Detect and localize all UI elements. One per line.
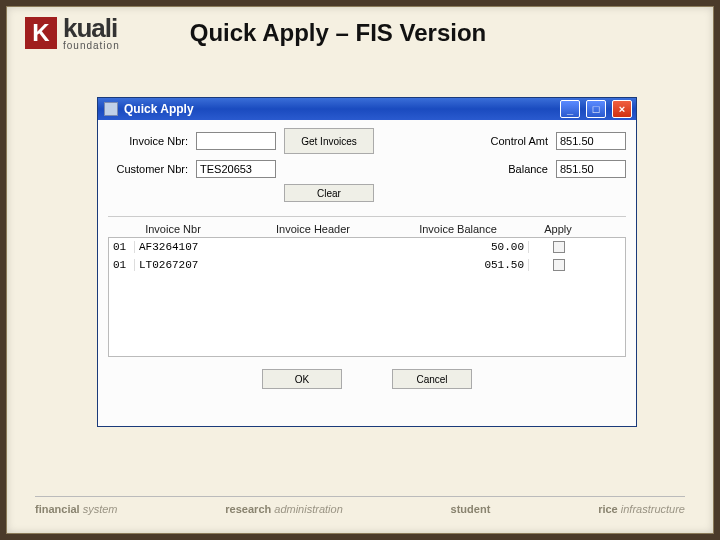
invoice-nbr-label: Invoice Nbr: (108, 135, 188, 147)
footer-item-rice: rice infrastructure (598, 503, 685, 515)
slide: K kuali foundation Quick Apply – FIS Ver… (6, 6, 714, 534)
grid-body[interactable]: 01 AF3264107 50.00 01 LT0267207 051.50 (108, 237, 626, 357)
window-title: Quick Apply (124, 102, 554, 116)
dialog-buttons: OK Cancel (108, 369, 626, 389)
brand-logo: K kuali foundation (25, 15, 120, 51)
maximize-button[interactable]: □ (586, 100, 606, 118)
row-balance: 50.00 (389, 241, 529, 253)
row-invoice-nbr: AF3264107 (135, 241, 239, 253)
customer-nbr-input[interactable] (196, 160, 276, 178)
table-row[interactable]: 01 AF3264107 50.00 (109, 238, 625, 256)
col-invoice-nbr: Invoice Nbr (108, 223, 238, 235)
get-invoices-button[interactable]: Get Invoices (284, 128, 374, 154)
apply-checkbox[interactable] (553, 241, 565, 253)
col-invoice-header: Invoice Header (238, 223, 388, 235)
form-top: Invoice Nbr: Get Invoices Control Amt Cu… (108, 128, 626, 202)
col-invoice-balance: Invoice Balance (388, 223, 528, 235)
cancel-button[interactable]: Cancel (392, 369, 472, 389)
brand-mark-icon: K (25, 17, 57, 49)
grid-header: Invoice Nbr Invoice Header Invoice Balan… (108, 221, 626, 237)
table-row[interactable]: 01 LT0267207 051.50 (109, 256, 625, 274)
minimize-button[interactable]: _ (560, 100, 580, 118)
footer-item-student: student (451, 503, 491, 515)
brand-name: kuali (63, 15, 120, 41)
row-balance: 051.50 (389, 259, 529, 271)
row-invoice-nbr: LT0267207 (135, 259, 239, 271)
apply-checkbox[interactable] (553, 259, 565, 271)
row-prefix: 01 (109, 241, 135, 253)
control-amt-input[interactable] (556, 132, 626, 150)
footer-item-financial: financial system (35, 503, 118, 515)
slide-footer: financial system research administration… (35, 496, 685, 515)
clear-button[interactable]: Clear (284, 184, 374, 202)
invoice-grid: Invoice Nbr Invoice Header Invoice Balan… (108, 216, 626, 357)
balance-input[interactable] (556, 160, 626, 178)
app-icon (104, 102, 118, 116)
close-button[interactable]: × (612, 100, 632, 118)
footer-item-research: research administration (225, 503, 342, 515)
customer-nbr-label: Customer Nbr: (108, 163, 188, 175)
window-body: Invoice Nbr: Get Invoices Control Amt Cu… (98, 120, 636, 426)
balance-label: Balance (468, 163, 548, 175)
slide-header: K kuali foundation Quick Apply – FIS Ver… (7, 7, 713, 55)
ok-button[interactable]: OK (262, 369, 342, 389)
titlebar[interactable]: Quick Apply _ □ × (98, 98, 636, 120)
col-apply: Apply (528, 223, 588, 235)
invoice-nbr-input[interactable] (196, 132, 276, 150)
row-prefix: 01 (109, 259, 135, 271)
brand-sub: foundation (63, 41, 120, 51)
quick-apply-window: Quick Apply _ □ × Invoice Nbr: Get Invoi… (97, 97, 637, 427)
control-amt-label: Control Amt (468, 135, 548, 147)
slide-title: Quick Apply – FIS Version (190, 19, 487, 47)
